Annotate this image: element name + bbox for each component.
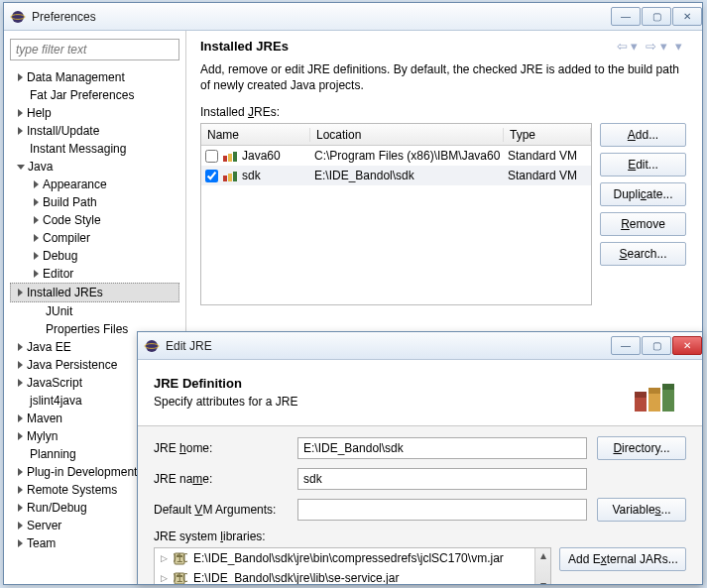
list-item[interactable]: ▷010E:\IDE_Bandol\sdk\jre\bin\compressed… xyxy=(155,548,534,568)
jre-home-label: JRE home: xyxy=(154,441,288,455)
preferences-titlebar[interactable]: Preferences — ▢ ✕ xyxy=(4,3,702,31)
remove-button[interactable]: Remove xyxy=(600,212,686,236)
nav-back-icon[interactable]: ⇦ ▾ xyxy=(613,39,643,54)
tree-java-buildpath[interactable]: Build Path xyxy=(10,193,179,211)
jar-icon: 010 xyxy=(174,571,187,584)
col-location[interactable]: Location xyxy=(310,128,504,142)
eclipse-icon xyxy=(10,9,26,25)
lib-path: E:\IDE_Bandol\sdk\jre\lib\se-service.jar xyxy=(193,571,399,584)
search-button[interactable]: Search... xyxy=(600,242,686,266)
edit-jre-form: JRE home: Directory... JRE name: Default… xyxy=(138,426,702,584)
tree-java-compiler[interactable]: Compiler xyxy=(10,229,179,247)
list-item[interactable]: ▷010E:\IDE_Bandol\sdk\jre\lib\se-service… xyxy=(155,568,534,584)
preferences-title: Preferences xyxy=(32,10,610,24)
jre-type: Standard VM xyxy=(504,149,591,163)
svg-rect-2 xyxy=(223,156,227,162)
jre-name-label: JRE name: xyxy=(154,472,288,486)
edit-jre-title: Edit JRE xyxy=(166,339,610,353)
jre-home-field[interactable] xyxy=(297,437,587,459)
tree-java-codestyle[interactable]: Code Style xyxy=(10,211,179,229)
tree-java-appearance[interactable]: Appearance xyxy=(10,176,179,193)
tree-instant-messaging[interactable]: Instant Messaging xyxy=(10,140,179,158)
tree-java[interactable]: Java xyxy=(10,158,179,176)
minimize-button[interactable]: — xyxy=(611,7,641,26)
svg-rect-6 xyxy=(228,174,232,181)
system-libs-list[interactable]: ▷010E:\IDE_Bandol\sdk\jre\bin\compressed… xyxy=(154,547,551,584)
tree-install-update[interactable]: Install/Update xyxy=(10,122,179,140)
svg-text:010: 010 xyxy=(174,571,187,584)
jre-default-checkbox[interactable] xyxy=(205,150,218,163)
table-row[interactable]: sdkE:\IDE_Bandol\sdkStandard VM xyxy=(201,166,591,185)
tree-java-editor[interactable]: Editor xyxy=(10,265,179,283)
add-button[interactable]: Add... xyxy=(600,123,686,147)
svg-rect-4 xyxy=(233,152,237,162)
jre-default-checkbox[interactable] xyxy=(205,170,218,182)
svg-rect-14 xyxy=(648,388,660,394)
close-button[interactable]: ✕ xyxy=(672,7,702,26)
jre-location: E:\IDE_Bandol\sdk xyxy=(310,169,504,182)
jre-location: C:\Program Files (x86)\IBM\Java60 xyxy=(310,149,504,163)
eclipse-icon xyxy=(144,338,160,354)
tree-fatjar[interactable]: Fat Jar Preferences xyxy=(10,86,179,104)
jre-name-field[interactable] xyxy=(297,468,587,490)
edit-button[interactable]: Edit... xyxy=(600,153,686,176)
table-row[interactable]: Java60C:\Program Files (x86)\IBM\Java60S… xyxy=(201,146,591,166)
minimize-button[interactable]: — xyxy=(611,336,641,355)
tree-java-debug[interactable]: Debug xyxy=(10,247,179,265)
installed-jres-label: Installed JREs: xyxy=(200,105,686,119)
duplicate-button[interactable]: Duplicate... xyxy=(600,182,686,206)
maximize-button[interactable]: ▢ xyxy=(642,336,671,355)
tree-help[interactable]: Help xyxy=(10,104,179,122)
default-vm-args-field[interactable] xyxy=(297,499,587,521)
svg-point-8 xyxy=(146,340,158,352)
nav-forward-icon[interactable]: ⇨ ▾ xyxy=(642,39,671,54)
expand-icon[interactable]: ▷ xyxy=(161,553,168,563)
filter-input[interactable] xyxy=(10,39,179,60)
jre-name: sdk xyxy=(242,169,261,182)
svg-rect-15 xyxy=(662,384,674,390)
close-button[interactable]: ✕ xyxy=(672,336,702,355)
jre-buttons: Add... Edit... Duplicate... Remove Searc… xyxy=(600,123,686,305)
jar-icon: 010 xyxy=(174,551,187,565)
add-external-jars-button[interactable]: Add External JARs... xyxy=(559,547,686,571)
lib-path: E:\IDE_Bandol\sdk\jre\bin\compressedrefs… xyxy=(193,551,504,565)
page-description: Add, remove or edit JRE definitions. By … xyxy=(200,61,686,93)
jre-table: Name Location Type Java60C:\Program File… xyxy=(200,123,592,305)
default-vm-args-label: Default VM Arguments: xyxy=(154,503,288,517)
tree-java-installed-jres[interactable]: Installed JREs xyxy=(10,283,179,302)
expand-icon[interactable]: ▷ xyxy=(161,573,168,583)
banner-subtitle: Specify attributes for a JRE xyxy=(154,395,631,409)
tree-data-management[interactable]: Data Management xyxy=(10,68,179,86)
svg-rect-3 xyxy=(228,154,232,162)
col-name[interactable]: Name xyxy=(201,128,310,142)
edit-jre-titlebar[interactable]: Edit JRE — ▢ ✕ xyxy=(138,332,702,360)
svg-point-0 xyxy=(12,11,24,23)
col-type[interactable]: Type xyxy=(504,128,591,142)
jre-icon xyxy=(222,169,238,182)
banner-title: JRE Definition xyxy=(154,376,631,391)
jre-type: Standard VM xyxy=(504,169,591,182)
svg-rect-13 xyxy=(635,392,647,398)
edit-jre-dialog: Edit JRE — ▢ ✕ JRE Definition Specify at… xyxy=(137,331,703,585)
svg-text:010: 010 xyxy=(174,551,187,565)
view-menu-icon[interactable]: ▾ xyxy=(671,39,686,54)
system-libs-label: JRE system libraries: xyxy=(154,529,686,543)
dialog-banner: JRE Definition Specify attributes for a … xyxy=(138,360,702,426)
variables-button[interactable]: Variables... xyxy=(597,498,686,522)
tree-java-junit[interactable]: JUnit xyxy=(10,302,179,320)
library-icon xyxy=(631,370,686,413)
directory-button[interactable]: Directory... xyxy=(597,436,686,460)
jre-icon xyxy=(222,149,238,163)
scrollbar[interactable]: ▴▾ xyxy=(534,548,550,584)
svg-rect-5 xyxy=(223,176,227,181)
page-title: Installed JREs xyxy=(200,39,613,54)
maximize-button[interactable]: ▢ xyxy=(642,7,671,26)
jre-name: Java60 xyxy=(242,149,281,163)
svg-rect-7 xyxy=(233,172,237,181)
jre-table-header: Name Location Type xyxy=(201,124,591,146)
